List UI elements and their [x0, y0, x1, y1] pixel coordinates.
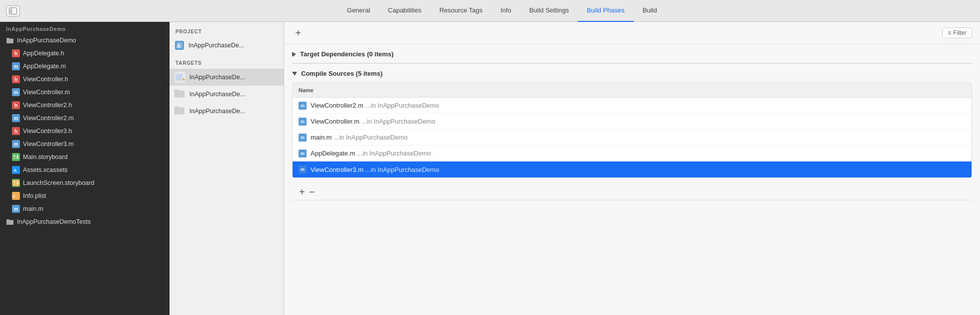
target-dependencies-section: Target Dependencies (0 items) — [284, 44, 980, 63]
target-dependencies-header[interactable]: Target Dependencies (0 items) — [292, 44, 972, 63]
plist-icon: P — [12, 192, 20, 200]
file-label: main.m — [311, 134, 332, 141]
list-item[interactable]: h AppDelegate.h — [0, 47, 169, 60]
svg-rect-8 — [13, 158, 15, 159]
add-phase-button[interactable]: + — [292, 27, 304, 39]
sidebar-toggle-button[interactable] — [6, 5, 20, 16]
tab-items: General Capabilities Resource Tags Info … — [30, 0, 974, 22]
file-name: ViewController.m — [23, 89, 70, 96]
file-label-secondary: ...in InAppPurchaseDemo — [357, 150, 431, 157]
list-item[interactable]: h ViewController2.h — [0, 99, 169, 112]
tab-bar: General Capabilities Resource Tags Info … — [0, 0, 980, 22]
phase-title: Compile Sources (5 items) — [301, 70, 382, 77]
m-icon: m — [12, 205, 20, 213]
file-label: ViewController3.m — [311, 166, 363, 173]
target-name: InAppPurchaseDe... — [189, 74, 245, 81]
tab-general[interactable]: General — [338, 0, 379, 22]
target-item-3[interactable]: InAppPurchaseDe... — [169, 103, 284, 120]
list-item[interactable]: m ViewController.m — [0, 86, 169, 99]
m-file-icon: m — [299, 134, 307, 142]
tab-build-rules[interactable]: Build — [634, 0, 666, 22]
list-item[interactable]: LaunchScreen.storyboard — [0, 176, 169, 189]
list-item[interactable]: InAppPurchaseDemo — [0, 34, 169, 47]
file-label: ViewController.m — [311, 118, 359, 125]
folder-icon — [6, 36, 14, 44]
list-item[interactable]: m ViewController3.m — [0, 138, 169, 151]
h-icon: h — [12, 49, 20, 57]
file-list-title: InAppPurchaseDemo — [0, 22, 169, 34]
list-item[interactable]: Main.storyboard — [0, 151, 169, 163]
table-row[interactable]: m ViewController3.m ...in InAppPurchaseD… — [293, 161, 972, 177]
svg-text:P: P — [13, 195, 15, 198]
folder-icon — [6, 218, 14, 226]
app-target-icon: ! — [174, 72, 185, 83]
h-icon: h — [12, 127, 20, 135]
main-area: InAppPurchaseDemo InAppPurchaseDemo h Ap… — [0, 22, 980, 315]
svg-text:A: A — [177, 43, 180, 49]
tab-capabilities[interactable]: Capabilities — [379, 0, 430, 22]
h-icon: h — [12, 75, 20, 83]
table-row[interactable]: m AppDelegate.m ...in InAppPurchaseDemo — [293, 146, 972, 161]
remove-file-button[interactable]: − — [308, 187, 316, 197]
file-name: AppDelegate.h — [23, 50, 64, 57]
table-col-name: Name — [299, 87, 966, 93]
list-item[interactable]: A Assets.xcassets — [0, 163, 169, 176]
m-file-icon: m — [299, 118, 307, 126]
file-label: ViewController2.m — [311, 102, 363, 109]
storyboard-icon — [12, 179, 20, 187]
collapse-icon — [292, 52, 296, 57]
file-name: ViewController2.m — [23, 115, 74, 122]
table-actions: + − — [292, 184, 972, 200]
project-icon: A — [174, 40, 184, 50]
filter-label: Filter — [953, 29, 967, 36]
file-name: main.m — [23, 205, 43, 212]
file-name: ViewController3.m — [23, 141, 74, 148]
add-file-button[interactable]: + — [298, 187, 306, 197]
xcassets-icon: A — [12, 166, 20, 174]
filter-button[interactable]: ≡ Filter — [942, 27, 972, 38]
tab-build-settings[interactable]: Build Settings — [520, 0, 578, 22]
tab-info[interactable]: Info — [491, 0, 520, 22]
divider — [292, 200, 972, 200]
target-name: InAppPurchaseDe... — [189, 91, 245, 98]
list-item[interactable]: m AppDelegate.m — [0, 60, 169, 73]
list-item[interactable]: h ViewController.h — [0, 73, 169, 86]
table-row[interactable]: m main.m ...in InAppPurchaseDemo — [293, 130, 972, 146]
file-label-secondary: ...in InAppPurchaseDemo — [361, 118, 435, 125]
list-item[interactable]: h ViewController3.h — [0, 125, 169, 138]
m-icon: m — [12, 88, 20, 96]
svg-rect-7 — [16, 155, 18, 159]
file-name: ViewController.h — [23, 76, 68, 83]
table-row[interactable]: m ViewController2.m ...in InAppPurchaseD… — [293, 98, 972, 114]
target-item-2[interactable]: InAppPurchaseDe... — [169, 86, 284, 103]
project-section-label: PROJECT — [169, 22, 284, 37]
list-item[interactable]: P Info.plist — [0, 189, 169, 202]
compile-sources-header[interactable]: Compile Sources (5 items) — [292, 64, 972, 82]
m-icon: m — [12, 62, 20, 70]
list-item[interactable]: m main.m — [0, 202, 169, 215]
list-item[interactable]: m ViewController2.m — [0, 112, 169, 125]
content-area: + ≡ Filter Target Dependencies (0 items)… — [284, 22, 980, 315]
file-name: AppDelegate.m — [23, 63, 66, 70]
m-file-icon: m — [299, 102, 307, 110]
table-row[interactable]: m ViewController.m ...in InAppPurchaseDe… — [293, 114, 972, 130]
expand-icon — [292, 72, 297, 76]
target-item-app[interactable]: ! InAppPurchaseDe... — [169, 69, 284, 86]
svg-text:A: A — [13, 168, 17, 173]
file-name: LaunchScreen.storyboard — [23, 179, 94, 186]
project-item[interactable]: A InAppPurchaseDe... — [169, 37, 284, 53]
filter-icon: ≡ — [948, 29, 951, 36]
table-header: Name — [293, 83, 972, 98]
svg-rect-6 — [13, 155, 15, 157]
m-icon: m — [12, 114, 20, 122]
tab-build-phases[interactable]: Build Phases — [578, 0, 634, 22]
file-label-secondary: ...in InAppPurchaseDemo — [365, 166, 439, 173]
file-name: InAppPurchaseDemo — [17, 37, 76, 44]
middle-panel: PROJECT A InAppPurchaseDe... TARGETS — [169, 22, 284, 315]
list-item[interactable]: InAppPurchaseDemoTests — [0, 215, 169, 228]
file-label-secondary: ...in InAppPurchaseDemo — [365, 102, 439, 109]
compile-sources-section: Compile Sources (5 items) Name m ViewCon… — [284, 64, 980, 200]
file-name: InAppPurchaseDemoTests — [17, 218, 91, 225]
file-name: ViewController2.h — [23, 102, 72, 109]
tab-resource-tags[interactable]: Resource Tags — [430, 0, 491, 22]
